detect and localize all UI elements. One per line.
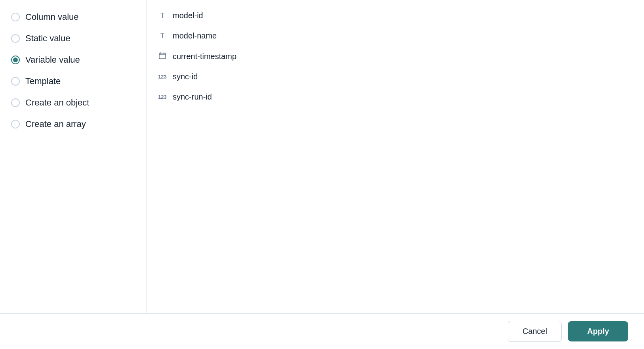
text-icon: T [158, 32, 167, 40]
right-panel [293, 0, 644, 313]
option-variable-value[interactable]: Variable value [10, 51, 137, 69]
option-template-label: Template [25, 76, 61, 86]
variable-current-timestamp-label: current-timestamp [173, 52, 236, 61]
variable-model-name[interactable]: T model-name [154, 27, 285, 45]
variable-sync-run-id-label: sync-run-id [173, 92, 212, 102]
option-create-object-label: Create an object [25, 98, 89, 108]
cancel-button[interactable]: Cancel [508, 321, 562, 342]
number-icon: 123 [158, 74, 167, 80]
radio-variable-value[interactable] [11, 56, 20, 64]
variable-model-id[interactable]: T model-id [154, 6, 285, 25]
variable-model-name-label: model-name [173, 31, 217, 40]
text-icon: T [158, 12, 167, 20]
radio-static-value[interactable] [11, 34, 20, 43]
option-static-value-label: Static value [25, 33, 70, 44]
left-panel: Column value Static value Variable value… [0, 0, 147, 313]
variable-sync-id[interactable]: 123 sync-id [154, 67, 285, 86]
footer: Cancel Apply [0, 313, 644, 349]
variable-current-timestamp[interactable]: current-timestamp [154, 47, 285, 66]
main-content: Column value Static value Variable value… [0, 0, 644, 313]
option-static-value[interactable]: Static value [10, 29, 137, 48]
radio-column-value[interactable] [11, 13, 20, 21]
option-create-object[interactable]: Create an object [10, 94, 137, 112]
option-create-array-label: Create an array [25, 119, 86, 129]
option-column-value-label: Column value [25, 12, 79, 22]
radio-template[interactable] [11, 77, 20, 86]
option-create-array[interactable]: Create an array [10, 115, 137, 133]
middle-panel: T model-id T model-name current-timestam… [147, 0, 293, 313]
option-variable-value-label: Variable value [25, 55, 80, 65]
number-icon: 123 [158, 94, 167, 100]
option-column-value[interactable]: Column value [10, 8, 137, 26]
variable-model-id-label: model-id [173, 11, 203, 20]
radio-create-object[interactable] [11, 98, 20, 107]
option-template[interactable]: Template [10, 72, 137, 90]
variable-sync-id-label: sync-id [173, 72, 198, 81]
calendar-icon [158, 52, 167, 61]
svg-rect-0 [159, 53, 166, 59]
radio-create-array[interactable] [11, 120, 20, 128]
apply-button[interactable]: Apply [568, 321, 628, 341]
variable-sync-run-id[interactable]: 123 sync-run-id [154, 88, 285, 106]
